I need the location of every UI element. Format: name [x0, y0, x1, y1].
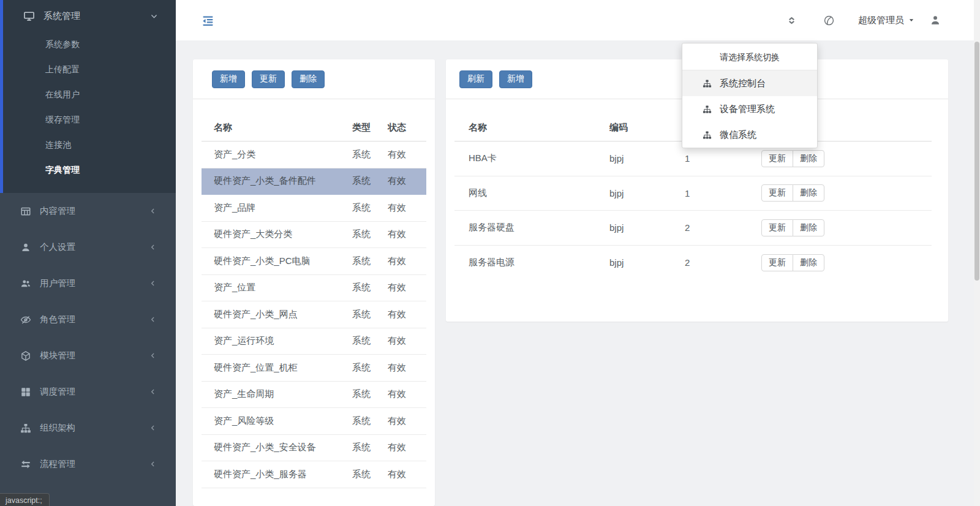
row-update-button[interactable]: 更新 — [761, 254, 793, 271]
cell-name: 资产_位置 — [202, 282, 352, 293]
cell-name: 服务器硬盘 — [454, 222, 609, 233]
submenu-item-label: 缓存管理 — [45, 115, 80, 124]
system-switch-menu: 请选择系统切换 系统控制台 设备管理系统 微信系统 — [682, 43, 818, 148]
sidebar-item-system-management[interactable]: 系统管理 — [3, 0, 176, 32]
row-update-button[interactable]: 更新 — [761, 219, 793, 236]
update-button[interactable]: 更新 — [252, 70, 285, 88]
sidebar-section-item[interactable]: 流程管理 — [0, 446, 176, 482]
sidebar-submenu-item[interactable]: 在线用户 — [3, 82, 176, 107]
sidebar-section-item[interactable]: 用户管理 — [0, 265, 176, 301]
sidebar-section-system-management: 系统管理 系统参数 上传配置 在线用户 缓存管理 连接池 字典管理 — [0, 0, 176, 193]
sidebar-section-label: 角色管理 — [40, 314, 75, 325]
cell-status: 有效 — [388, 149, 426, 160]
cube-icon — [20, 350, 31, 361]
sidebar-section-item[interactable]: 组织架构 — [0, 410, 176, 446]
dict-table-row[interactable]: 资产_品牌 系统 有效 — [202, 195, 426, 222]
chevron-left-icon — [149, 244, 156, 251]
system-submenu: 系统参数 上传配置 在线用户 缓存管理 连接池 字典管理 — [3, 32, 176, 183]
cell-type: 系统 — [352, 469, 388, 480]
row-delete-button[interactable]: 删除 — [793, 219, 824, 236]
sidebar-section-item[interactable]: 角色管理 — [0, 301, 176, 338]
system-switch-menu-item[interactable]: 系统控制台 — [682, 70, 817, 96]
sidebar-submenu-item[interactable]: 字典管理 — [3, 157, 176, 183]
outdent-icon[interactable] — [202, 14, 214, 27]
row-delete-button[interactable]: 删除 — [793, 184, 824, 202]
dict-table-row[interactable]: 硬件资产_小类_安全设备 系统 有效 — [202, 435, 426, 462]
add-button[interactable]: 新增 — [212, 70, 245, 88]
sitemap-icon — [703, 130, 712, 140]
row-actions: 更新 删除 — [761, 150, 932, 167]
system-switch-menu-item[interactable]: 设备管理系统 — [682, 96, 817, 122]
dict-table-row[interactable]: 硬件资产_小类_服务器 系统 有效 — [202, 461, 426, 488]
cell-name: 硬件资产_小类_安全设备 — [202, 442, 352, 453]
cell-name: 资产_运行环境 — [202, 335, 352, 347]
component-icon[interactable] — [786, 15, 797, 26]
refresh-button[interactable]: 刷新 — [459, 70, 492, 88]
dict-table-row[interactable]: 硬件资产_位置_机柜 系统 有效 — [202, 355, 426, 382]
sidebar-submenu-item[interactable]: 缓存管理 — [3, 107, 176, 132]
dict-table-header: 名称 类型 状态 — [202, 99, 426, 142]
cell-name: 网线 — [454, 187, 609, 199]
chevron-down-icon — [150, 12, 158, 20]
item-table-body: HBA卡 bjpj 1 更新 删除 网线 bjpj 1 更新 删除 服务器硬盘 … — [454, 142, 932, 280]
topbar-right-cluster: 超级管理员 — [786, 15, 941, 26]
sitemap-icon — [703, 105, 712, 114]
dict-table-row[interactable]: 硬件资产_小类_网点 系统 有效 — [202, 301, 426, 328]
cell-status: 有效 — [388, 228, 426, 240]
cell-type: 系统 — [352, 362, 388, 374]
column-header-type: 类型 — [352, 122, 388, 134]
dict-panel: 新增 更新 删除 名称 类型 状态 资产_分类 系统 有效 硬件资产_小类_备件… — [193, 59, 435, 506]
dict-table-row[interactable]: 硬件资产_大类分类 系统 有效 — [202, 222, 426, 249]
sidebar-section-item[interactable]: 个人设置 — [0, 229, 176, 265]
dict-table-row[interactable]: 硬件资产_小类_PC电脑 系统 有效 — [202, 248, 426, 275]
sidebar-section-item[interactable]: 内容管理 — [0, 193, 176, 229]
dict-table-row[interactable]: 资产_运行环境 系统 有效 — [202, 328, 426, 355]
cell-sort: 2 — [685, 222, 761, 233]
sidebar-section-label: 模块管理 — [40, 350, 75, 361]
delete-button[interactable]: 删除 — [292, 70, 325, 88]
sidebar: 系统管理 系统参数 上传配置 在线用户 缓存管理 连接池 字典管理 内容管理 个… — [0, 0, 176, 506]
user-icon — [20, 242, 31, 253]
chevron-left-icon — [149, 461, 156, 467]
row-update-button[interactable]: 更新 — [761, 150, 793, 167]
cell-name: 硬件资产_位置_机柜 — [202, 362, 352, 374]
add-button[interactable]: 新增 — [499, 70, 532, 88]
sidebar-submenu-item[interactable]: 连接池 — [3, 132, 176, 157]
submenu-item-label: 在线用户 — [45, 89, 80, 99]
cell-code: bjpj — [609, 188, 685, 198]
table-icon — [20, 206, 31, 217]
dict-table-row[interactable]: 资产_生命周期 系统 有效 — [202, 382, 426, 409]
dict-table-row[interactable]: 硬件资产_小类_备件配件 系统 有效 — [202, 168, 426, 195]
cell-status: 有效 — [388, 335, 426, 347]
row-delete-button[interactable]: 删除 — [793, 150, 824, 167]
sidebar-section-item[interactable]: 调度管理 — [0, 374, 176, 410]
dict-table-row[interactable]: 资产_分类 系统 有效 — [202, 142, 426, 168]
sidebar-submenu-item[interactable]: 系统参数 — [3, 32, 176, 57]
dict-table-row[interactable]: 资产_风险等级 系统 有效 — [202, 408, 426, 435]
person-icon[interactable] — [930, 15, 941, 26]
scrollbar-thumb[interactable] — [974, 42, 979, 281]
dict-table-row[interactable]: 资产_位置 系统 有效 — [202, 275, 426, 302]
cell-status: 有效 — [388, 202, 426, 214]
submenu-item-label: 系统参数 — [45, 39, 80, 49]
user-menu-trigger[interactable]: 超级管理员 — [858, 15, 914, 26]
cell-type: 系统 — [352, 202, 388, 214]
chevron-left-icon — [149, 316, 156, 323]
row-update-button[interactable]: 更新 — [761, 184, 793, 202]
system-switch-menu-item[interactable]: 微信系统 — [682, 122, 817, 148]
sidebar-section-label: 流程管理 — [40, 458, 75, 470]
menu-item-label: 系统控制台 — [720, 78, 766, 89]
row-delete-button[interactable]: 删除 — [793, 254, 824, 271]
submenu-item-label: 上传配置 — [45, 64, 80, 74]
sidebar-section-item[interactable]: 模块管理 — [0, 338, 176, 374]
cell-type: 系统 — [352, 415, 388, 427]
cell-sort: 2 — [685, 257, 761, 268]
grid-icon — [20, 387, 31, 398]
sidebar-submenu-item[interactable]: 上传配置 — [3, 57, 176, 82]
globe-icon[interactable] — [823, 15, 835, 26]
chevron-left-icon — [149, 208, 156, 214]
cell-type: 系统 — [352, 388, 388, 400]
dict-table-body: 资产_分类 系统 有效 硬件资产_小类_备件配件 系统 有效 资产_品牌 系统 … — [202, 142, 426, 488]
column-header-name: 名称 — [202, 122, 352, 134]
chevron-left-icon — [149, 352, 156, 359]
